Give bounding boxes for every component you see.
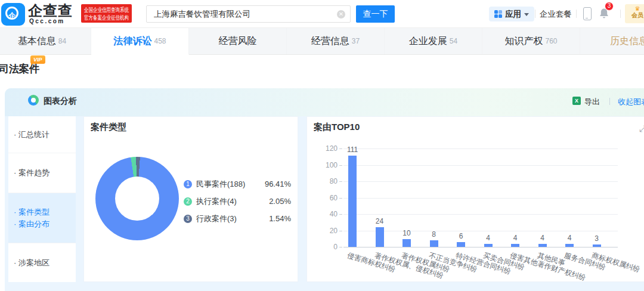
bar-value-label: 4 — [530, 234, 556, 242]
qcc-legal-case-page: 企 企查查 Qcc.com 全国企业信用查询系统 官方备案企业征信机构 上海麻吉… — [0, 0, 644, 291]
tab-label: 历史信息 — [610, 35, 644, 48]
bar-侵害商标权纠纷[interactable] — [348, 156, 357, 247]
bar-value-label: 111 — [339, 146, 366, 154]
chart-analysis-title: 图表分析 — [44, 96, 77, 107]
excel-icon: X — [572, 97, 581, 105]
brand-domain: Qcc.com — [29, 18, 65, 24]
search-input[interactable]: 上海麻吉餐饮管理有限公司 ✕ — [146, 5, 351, 23]
tab-知识产权[interactable]: 知识产权760 — [482, 28, 580, 54]
bar-著作权权属、侵权纠纷[interactable] — [376, 227, 384, 247]
mobile-app-icon[interactable] — [583, 7, 592, 20]
tab-法律诉讼[interactable]: 法律诉讼458 — [91, 28, 189, 55]
legend-label: 民事案件(188) — [196, 179, 245, 190]
sidebar-group[interactable]: · 涉案地区 — [8, 243, 76, 282]
search-button[interactable]: 查一下 — [356, 5, 395, 23]
divider — [535, 10, 535, 18]
sidebar-item-案由分布[interactable]: · 案由分布 — [8, 218, 76, 230]
bar-著作权权属纠纷[interactable] — [402, 239, 411, 247]
gridline — [343, 181, 618, 182]
tab-count: 458 — [154, 37, 166, 45]
bar-value-label: 4 — [556, 234, 583, 242]
sidebar-item-涉案地区[interactable]: · 涉案地区 — [8, 257, 76, 269]
bar-value-label: 3 — [584, 234, 610, 243]
bar-value-label: 10 — [394, 229, 420, 237]
gridline — [343, 165, 618, 166]
tab-count: 54 — [450, 37, 457, 45]
y-tick — [339, 214, 342, 215]
bar-侵害其他著作财产权纠纷[interactable] — [511, 244, 519, 247]
legend-label: 执行案件(4) — [196, 196, 237, 207]
collapse-charts-button[interactable]: 收起图表 — [618, 97, 644, 107]
case-type-donut-chart[interactable] — [95, 157, 179, 240]
y-tick — [339, 247, 342, 247]
gridline — [343, 231, 618, 231]
gridline — [343, 247, 618, 247]
tab-count: 84 — [58, 37, 66, 45]
case-type-title: 案件类型 — [91, 122, 126, 133]
tab-经营信息[interactable]: 经营信息37 — [287, 28, 385, 54]
y-tick-label: 0 — [316, 243, 338, 251]
brand-certification-badge: 全国企业信用查询系统 官方备案企业征信机构 — [81, 4, 132, 23]
export-button[interactable]: 导出 — [584, 97, 600, 107]
bar-服务合同纠纷[interactable] — [565, 244, 574, 247]
sidebar-item-汇总统计[interactable]: · 汇总统计 — [8, 129, 76, 141]
legend-row-民事案件: 1民事案件(188)96.41% — [184, 179, 291, 188]
tab-企业发展[interactable]: 企业发展54 — [385, 28, 482, 54]
bar-不正当竞争纠纷[interactable] — [430, 240, 438, 247]
main-tab-bar: 基本信息84法律诉讼458经营风险经营信息37企业发展54知识产权760历史信息 — [0, 27, 644, 55]
bar-其他民事[interactable] — [538, 244, 547, 247]
bar-value-label: 6 — [448, 232, 474, 240]
vip-badge: VIP — [30, 55, 45, 64]
clear-search-icon[interactable]: ✕ — [337, 10, 345, 18]
y-tick — [339, 198, 342, 199]
bar-value-label: 4 — [475, 234, 501, 242]
qcc-logo-icon[interactable]: 企 — [1, 3, 25, 26]
apps-grid-icon — [494, 10, 502, 18]
y-tick-label: 20 — [316, 227, 338, 235]
divider — [576, 10, 577, 18]
legend-percent: 96.41% — [265, 179, 291, 188]
tab-label: 知识产权 — [504, 35, 543, 48]
y-tick-label: 120 — [316, 144, 338, 153]
tab-历史信息[interactable]: 历史信息 — [580, 28, 644, 54]
bar-特许经营合同纠纷[interactable] — [457, 242, 465, 247]
sidebar-group[interactable]: · 案件趋势 — [8, 153, 76, 193]
brand-name[interactable]: 企查查 — [28, 3, 73, 18]
y-tick-label: 40 — [316, 210, 338, 218]
y-tick — [339, 181, 342, 182]
tab-经营风险[interactable]: 经营风险 — [189, 28, 287, 54]
search-value[interactable]: 上海麻吉餐饮管理有限公司 — [154, 6, 250, 22]
apps-menu[interactable]: 应用 — [489, 7, 534, 21]
notification-bell-icon[interactable]: 3 — [598, 8, 611, 21]
bar-买卖合同纠纷[interactable] — [484, 244, 493, 247]
gridline — [343, 148, 618, 149]
vip-member-button[interactable]: ♛ 会员 — [625, 4, 644, 23]
y-tick-label: 80 — [316, 177, 338, 185]
bar-商标权权属纠纷[interactable] — [593, 244, 601, 247]
chevron-down-icon — [524, 13, 529, 16]
legend-index-dot: 1 — [184, 180, 192, 188]
legend-row-行政案件: 3行政案件(3)1.54% — [184, 214, 291, 223]
legend-percent: 1.54% — [269, 214, 291, 223]
tab-label: 企业发展 — [409, 35, 447, 48]
sidebar-group[interactable]: · 汇总统计 — [8, 116, 76, 153]
cause-top10-title: 案由TOP10 — [314, 122, 360, 133]
y-tick — [339, 165, 342, 166]
legend-index-dot: 2 — [184, 197, 192, 206]
tab-基本信息[interactable]: 基本信息84 — [0, 28, 91, 54]
divider — [620, 10, 621, 18]
sidebar-item-案件类型[interactable]: · 案件类型 — [8, 206, 76, 218]
sidebar-group[interactable]: · 案件类型· 案由分布 — [8, 193, 76, 243]
expand-icon[interactable]: ⤢ — [639, 123, 644, 135]
gridline — [343, 198, 618, 199]
logo-magnifier-icon: 企 — [5, 7, 18, 20]
divider — [609, 98, 610, 105]
y-tick-label: 100 — [316, 161, 338, 169]
gridline — [343, 214, 618, 215]
enterprise-package-link[interactable]: 企业套餐 — [540, 9, 572, 20]
tab-label: 法律诉讼 — [113, 35, 151, 48]
chart-analysis-header — [5, 88, 644, 116]
tab-label: 经营风险 — [219, 35, 257, 48]
sidebar-item-案件趋势[interactable]: · 案件趋势 — [8, 167, 76, 179]
tab-count: 760 — [545, 37, 557, 45]
